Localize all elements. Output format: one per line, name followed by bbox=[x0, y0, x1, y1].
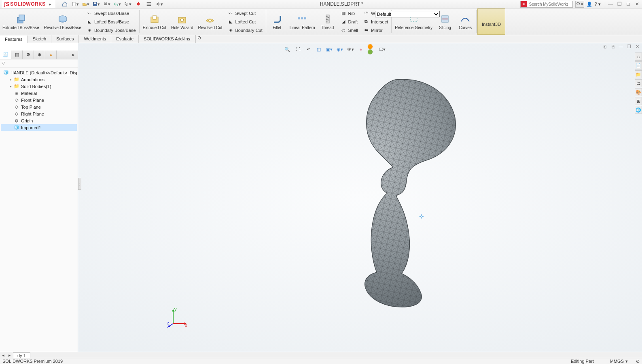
search-button[interactable]: ▾ bbox=[575, 1, 584, 8]
edit-appearance-icon[interactable]: 👁▾ bbox=[346, 45, 354, 53]
configuration-select[interactable]: Default bbox=[375, 11, 440, 17]
view-settings-icon[interactable]: 🖵▾ bbox=[378, 45, 386, 53]
undo-icon[interactable]: ▾ bbox=[114, 0, 121, 8]
task-forum-icon[interactable]: 🌐 bbox=[635, 106, 642, 114]
thread-button[interactable]: Thread bbox=[318, 8, 338, 34]
task-home-icon[interactable]: ⌂ bbox=[635, 53, 642, 61]
tab-addins[interactable]: SOLIDWORKS Add-Ins bbox=[139, 35, 195, 43]
expand-icon[interactable]: ▸ bbox=[10, 78, 14, 82]
help-icon[interactable]: ? ▾ bbox=[595, 2, 601, 7]
graphics-area[interactable]: ⊹ y x z bbox=[78, 43, 642, 352]
zoom-area-icon[interactable]: ⛶ bbox=[294, 45, 302, 53]
sheet-scroll-right[interactable]: ▸ bbox=[6, 353, 13, 358]
fm-tab-property-icon[interactable]: ▤ bbox=[11, 50, 23, 59]
fm-tab-display-icon[interactable]: ● bbox=[45, 50, 57, 59]
options-list-icon[interactable] bbox=[145, 0, 153, 8]
panel-splitter[interactable]: ⋮ bbox=[78, 178, 81, 190]
zoom-fit-icon[interactable]: 🔍 bbox=[283, 45, 291, 53]
draft-button[interactable]: ◢Draft bbox=[339, 17, 360, 26]
display-style-icon[interactable]: ▣▾ bbox=[325, 45, 333, 53]
task-custom-icon[interactable]: ⊞ bbox=[635, 97, 642, 105]
close-button[interactable]: ✕ bbox=[634, 1, 640, 7]
linear-pattern-button[interactable]: Linear Pattern bbox=[287, 8, 318, 34]
search-box[interactable]: ≡ bbox=[520, 1, 573, 8]
status-units[interactable]: MMGS bbox=[610, 359, 624, 364]
intersect-button[interactable]: ⧉Intersect bbox=[361, 17, 390, 26]
print-icon[interactable]: ▾ bbox=[103, 0, 110, 8]
revolved-boss-button[interactable]: Revolved Boss/Base bbox=[42, 8, 84, 34]
tab-surfaces[interactable]: Surfaces bbox=[51, 35, 79, 43]
open-icon[interactable]: ▾ bbox=[82, 0, 89, 8]
new-icon[interactable]: ▾ bbox=[72, 0, 79, 8]
logo-dropdown-icon[interactable]: ▸ bbox=[47, 1, 53, 7]
status-custom-icon[interactable]: ⊙ bbox=[636, 359, 640, 364]
tab-evaluate[interactable]: Evaluate bbox=[111, 35, 139, 43]
search-input[interactable] bbox=[528, 2, 569, 7]
restore-button[interactable]: ❐ bbox=[616, 1, 623, 7]
tree-item[interactable]: 🧊 Imported1 bbox=[1, 124, 77, 131]
tab-sketch[interactable]: Sketch bbox=[28, 35, 51, 43]
fm-tab-dim-icon[interactable]: ⊕ bbox=[34, 50, 45, 59]
tree-root[interactable]: 🧊 HANDLE (Default<<Default>_Display Stat… bbox=[1, 69, 77, 76]
boundary-boss-button[interactable]: ◈Boundary Boss/Base bbox=[85, 26, 138, 34]
sheet-scroll-left[interactable]: ◂ bbox=[0, 353, 6, 358]
tree-item[interactable]: ◇ Top Plane bbox=[1, 103, 77, 110]
tab-overflow-icon[interactable]: ⊙ bbox=[195, 35, 203, 43]
select-icon[interactable]: ▾ bbox=[124, 0, 131, 8]
boundary-cut-button[interactable]: ◈Boundary Cut bbox=[226, 26, 264, 34]
expand-icon[interactable]: ▸ bbox=[10, 84, 14, 88]
settings-gear-icon[interactable]: ▾ bbox=[156, 0, 163, 8]
fm-tab-config-icon[interactable]: ⚙ bbox=[23, 50, 34, 59]
revolved-cut-button[interactable]: Revolved Cut bbox=[195, 8, 225, 34]
rebuild-icon[interactable] bbox=[135, 0, 142, 8]
tree-item[interactable]: ▸ 📁 Solid Bodies(1) bbox=[1, 83, 77, 90]
previous-view-icon[interactable]: ↶ bbox=[304, 45, 312, 53]
tree-item[interactable]: ◇ Right Plane bbox=[1, 110, 77, 117]
doc-close-button[interactable]: ✕ bbox=[634, 44, 640, 49]
shell-button[interactable]: ◎Shell bbox=[339, 26, 360, 34]
task-appearance-icon[interactable]: 🎨 bbox=[635, 88, 642, 96]
maximize-button[interactable]: □ bbox=[625, 1, 631, 7]
user-icon[interactable]: 👤 bbox=[587, 2, 592, 7]
extruded-boss-button[interactable]: Extruded Boss/Base bbox=[0, 8, 42, 34]
tree-item[interactable]: ≡ Material bbox=[1, 90, 77, 97]
doc-restore-button[interactable]: ❐ bbox=[626, 44, 632, 49]
plane-icon: ◇ bbox=[14, 104, 19, 110]
task-resources-icon[interactable]: 📄 bbox=[635, 61, 642, 69]
swept-cut-button[interactable]: 〰Swept Cut bbox=[226, 9, 264, 17]
hole-wizard-button[interactable]: Hole Wizard bbox=[169, 8, 195, 34]
section-view-icon[interactable]: ◫ bbox=[315, 45, 323, 53]
sheet-tab[interactable]: dy 1 bbox=[13, 352, 30, 358]
curves-button[interactable]: Curves bbox=[455, 8, 475, 34]
tree-item[interactable]: ◇ Front Plane bbox=[1, 97, 77, 103]
app-logo[interactable]: ∫S SOLIDWORKS ▸ bbox=[2, 0, 55, 8]
mirror-button[interactable]: ⇋Mirror bbox=[361, 26, 390, 34]
doc-prev-icon[interactable]: ⎗ bbox=[602, 44, 608, 49]
status-units-dropdown-icon[interactable]: ▾ bbox=[625, 359, 628, 364]
hide-show-icon[interactable]: ◉▾ bbox=[336, 45, 344, 53]
doc-next-icon[interactable]: ⎘ bbox=[610, 44, 616, 49]
fm-tab-tree-icon[interactable]: 🧾 bbox=[0, 50, 11, 59]
tree-item[interactable]: ⯐ Origin bbox=[1, 117, 77, 124]
view-triad[interactable]: y x z bbox=[167, 307, 187, 328]
apply-scene-icon[interactable]: ● bbox=[357, 45, 365, 53]
tab-weldments[interactable]: Weldments bbox=[79, 35, 111, 43]
minimize-button[interactable]: — bbox=[607, 1, 614, 7]
swept-boss-button[interactable]: 〰Swept Boss/Base bbox=[85, 9, 138, 17]
lofted-cut-button[interactable]: ◣Lofted Cut bbox=[226, 17, 264, 26]
task-view-icon[interactable]: 🗂 bbox=[635, 79, 642, 87]
lofted-boss-button[interactable]: ◣Lofted Boss/Base bbox=[85, 17, 138, 26]
save-icon[interactable]: ▾ bbox=[93, 0, 100, 8]
tree-item[interactable]: ▸ 📁 Annotations bbox=[1, 76, 77, 83]
fillet-button[interactable]: Fillet bbox=[267, 8, 287, 34]
tab-features[interactable]: Features bbox=[0, 36, 28, 43]
task-library-icon[interactable]: 📁 bbox=[635, 70, 642, 78]
extruded-cut-button[interactable]: Extruded Cut bbox=[140, 8, 169, 34]
fm-filter-bar[interactable]: ▽ bbox=[0, 59, 78, 67]
rib-button[interactable]: ▥Rib bbox=[339, 9, 360, 17]
instant3d-button[interactable]: Instant3D bbox=[477, 8, 505, 35]
doc-minimize-button[interactable]: — bbox=[618, 44, 624, 49]
render-icon[interactable]: 🟠🟢 bbox=[367, 45, 375, 53]
home-icon[interactable] bbox=[61, 0, 68, 8]
fm-tab-expand-icon[interactable]: ▸ bbox=[70, 50, 78, 59]
